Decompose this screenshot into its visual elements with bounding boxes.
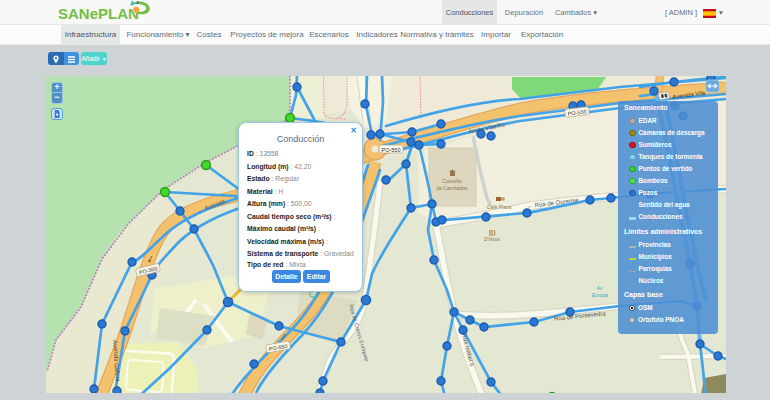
svg-text:Europa: Europa bbox=[592, 292, 608, 298]
svg-text:Concello: Concello bbox=[442, 178, 462, 184]
svg-text:Café Plaza: Café Plaza bbox=[487, 204, 512, 210]
svg-text:Av.: Av. bbox=[597, 285, 604, 291]
svg-text:D'tilous: D'tilous bbox=[484, 236, 501, 242]
svg-text:PO-550: PO-550 bbox=[382, 147, 401, 153]
svg-text:de Cambados: de Cambados bbox=[436, 185, 468, 191]
